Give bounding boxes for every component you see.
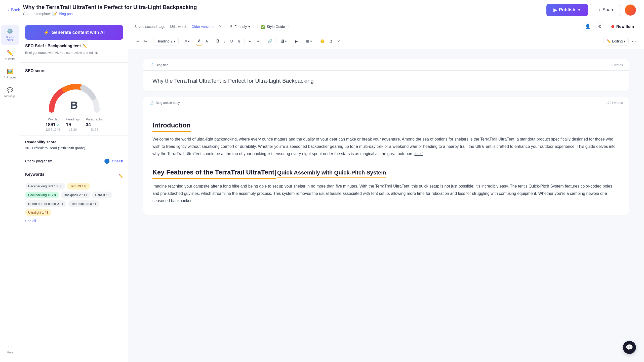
user-icon-button[interactable]: 👤 bbox=[583, 22, 592, 31]
intro-paragraph: Welcome to the world of ultra-light back… bbox=[152, 136, 620, 157]
stat-words: Words 1891 ✓ 1296-1944 bbox=[46, 117, 60, 131]
text-color-button[interactable]: A bbox=[196, 37, 203, 46]
keyword-tag[interactable]: Backpacking 10 / 8 bbox=[25, 192, 59, 198]
keyword-tag[interactable]: Backpack 2 / 11 bbox=[61, 192, 90, 198]
italic-button[interactable]: I bbox=[222, 37, 227, 45]
sidebar-item-label: More bbox=[7, 351, 13, 354]
share-button[interactable]: ↑ Share bbox=[592, 4, 621, 16]
meta-right: 👤 ⚙ New Item bbox=[583, 22, 638, 31]
underline-button[interactable]: U bbox=[228, 37, 235, 45]
special-chars-button[interactable]: Ω bbox=[328, 37, 334, 45]
editing-chevron-icon: ▾ bbox=[624, 39, 625, 43]
indent-less-button[interactable]: ⇤ bbox=[247, 37, 254, 45]
keyword-tag[interactable]: Ultra 0 / 5 bbox=[92, 192, 112, 198]
settings-icon-button[interactable]: ⚙ bbox=[595, 22, 604, 31]
back-button[interactable]: ‹ Back bbox=[8, 7, 20, 13]
redo-button[interactable]: ↪ bbox=[142, 37, 149, 45]
blog-title-text[interactable]: Why the TerraTrail UltraTent is Perfect … bbox=[152, 77, 620, 85]
left-nav: ⚙️ Brief + SEO ✏️ AI Writer 🖼️ AI Images… bbox=[0, 20, 20, 362]
publish-chevron-icon: ▼ bbox=[577, 8, 581, 12]
sidebar-item-label: Message bbox=[4, 95, 16, 98]
chat-bubble-button[interactable]: 💬 bbox=[623, 341, 636, 354]
sidebar-item-brief-seo[interactable]: ⚙️ Brief + SEO bbox=[1, 25, 19, 45]
features-heading: Key Features of the TerraTrail UltraTent bbox=[152, 168, 276, 179]
toolbar-more-button[interactable]: ··· bbox=[630, 36, 638, 46]
align-button[interactable]: ≡ ▾ bbox=[183, 37, 192, 45]
undo-button[interactable]: ↩ bbox=[134, 37, 141, 45]
blog-title-content[interactable]: Why the TerraTrail UltraTent is Perfect … bbox=[143, 71, 629, 91]
emoji-button[interactable]: 😊 bbox=[318, 37, 327, 45]
indent-more-button[interactable]: ⇥ bbox=[255, 37, 262, 45]
clear-format-button[interactable]: ✕ bbox=[335, 37, 342, 45]
template-link[interactable]: Blog post bbox=[59, 12, 73, 16]
seo-brief-title: SEO Brief : Backpacking tent ✏️ bbox=[25, 44, 123, 48]
highlight-button[interactable]: A̲ bbox=[204, 37, 210, 45]
stat-headings-value: 19 bbox=[66, 122, 80, 127]
body-paragraph: Imagine reaching your campsite after a l… bbox=[152, 183, 620, 204]
new-item-button[interactable]: New Item bbox=[607, 22, 638, 31]
seo-score-wrap: B Words 1891 ✓ 1296-1944 Headings 19 13-… bbox=[20, 80, 128, 135]
block-type-label: 📄 Blog article body bbox=[149, 101, 180, 105]
word-count: 1891 words bbox=[169, 25, 187, 29]
text-underline-guylines: guylines bbox=[184, 191, 199, 196]
tone-selector[interactable]: 🎙 Friendly ▾ bbox=[226, 23, 253, 30]
stat-headings: Headings 19 13-20 bbox=[66, 117, 80, 131]
toolbar-divider bbox=[302, 38, 302, 44]
ai-images-icon: 🖼️ bbox=[7, 68, 13, 74]
sidebar-item-message[interactable]: 💬 Message bbox=[1, 84, 19, 101]
stat-paragraphs-value: 34 bbox=[86, 122, 103, 127]
ai-writer-icon: ✏️ bbox=[7, 50, 13, 56]
seo-brief-section: SEO Brief : Backpacking tent ✏️ Brief ge… bbox=[20, 44, 128, 60]
bold-button[interactable]: B bbox=[214, 37, 221, 46]
see-all-keywords[interactable]: See all bbox=[25, 219, 123, 223]
older-versions-button[interactable]: Older versions bbox=[191, 25, 214, 29]
avatar-image bbox=[625, 5, 636, 16]
editing-label: Editing bbox=[612, 39, 623, 43]
readability-section: Readability score 36 - Difficult to Read… bbox=[20, 135, 128, 154]
table-button[interactable]: ⊞ ▾ bbox=[304, 37, 314, 45]
link-button[interactable]: 🔗 bbox=[266, 37, 274, 45]
readability-value: 36 - Difficult to Read (12th-15th grade) bbox=[25, 146, 123, 150]
play-button[interactable]: ▶ bbox=[293, 37, 300, 45]
sidebar-item-label: AI Images bbox=[4, 76, 16, 79]
collapse-panel-button[interactable]: › bbox=[125, 28, 128, 35]
media-button[interactable]: 🖼 ▾ bbox=[278, 37, 289, 45]
block-type-text: Blog title bbox=[156, 63, 168, 67]
sidebar-item-more[interactable]: ··· More bbox=[1, 341, 19, 357]
toolbar-divider bbox=[181, 38, 181, 44]
stat-words-range: 1296-1944 bbox=[46, 128, 60, 131]
strikethrough-button[interactable]: S bbox=[236, 37, 242, 45]
seo-score-title: SEO score bbox=[25, 69, 123, 73]
new-item-dot bbox=[611, 25, 614, 28]
publish-button[interactable]: ▶ Publish ▼ bbox=[546, 4, 588, 16]
edit-brief-icon[interactable]: ✏️ bbox=[83, 44, 87, 48]
sidebar-item-ai-images[interactable]: 🖼️ AI Images bbox=[1, 65, 19, 82]
edit-keywords-icon[interactable]: ✏️ bbox=[119, 174, 123, 178]
heading-chevron-icon: ▾ bbox=[174, 39, 175, 43]
stat-words-value: 1891 ✓ bbox=[46, 122, 60, 127]
sidebar-item-ai-writer[interactable]: ✏️ AI Writer bbox=[1, 47, 19, 63]
toolbar-divider bbox=[244, 38, 245, 44]
style-guide-label: Style Guide bbox=[267, 25, 285, 29]
heading-select[interactable]: Heading 2 ▾ bbox=[153, 37, 179, 46]
keyword-tag[interactable]: Nemo hornet osmo 0 / 1 bbox=[25, 200, 66, 207]
header-right: ▶ Publish ▼ ↑ Share bbox=[546, 4, 636, 16]
style-guide-button[interactable]: ✅ Style Guide bbox=[257, 23, 289, 30]
toolbar-divider bbox=[276, 38, 276, 44]
text-underline: and bbox=[289, 137, 295, 141]
toolbar-divider bbox=[194, 38, 194, 44]
check-plagiarism-button[interactable]: 🔵 Check bbox=[104, 158, 123, 164]
blog-body-content[interactable]: Introduction Welcome to the world of ult… bbox=[143, 108, 629, 215]
share-label: Share bbox=[602, 7, 615, 13]
generate-content-button[interactable]: ⚡ Generate content with AI bbox=[25, 25, 123, 40]
keyword-tag[interactable]: Ultralight 1 / 3 bbox=[25, 209, 51, 216]
keyword-tag[interactable]: Tent makers 0 / 1 bbox=[68, 200, 99, 207]
editor-area: Saved seconds ago 1891 words Older versi… bbox=[128, 20, 644, 362]
style-guide-icon: ✅ bbox=[261, 25, 265, 29]
block-type-label: 📄 Blog title bbox=[149, 63, 168, 67]
eye-icon[interactable]: 👁 bbox=[218, 24, 222, 29]
keyword-tag[interactable]: Backpacking tent 10 / 6 bbox=[25, 183, 65, 190]
editing-select[interactable]: ✏️ Editing ▾ bbox=[603, 37, 629, 46]
avatar[interactable] bbox=[625, 5, 636, 16]
keyword-tag[interactable]: Tent 19 / 40 bbox=[67, 183, 90, 190]
